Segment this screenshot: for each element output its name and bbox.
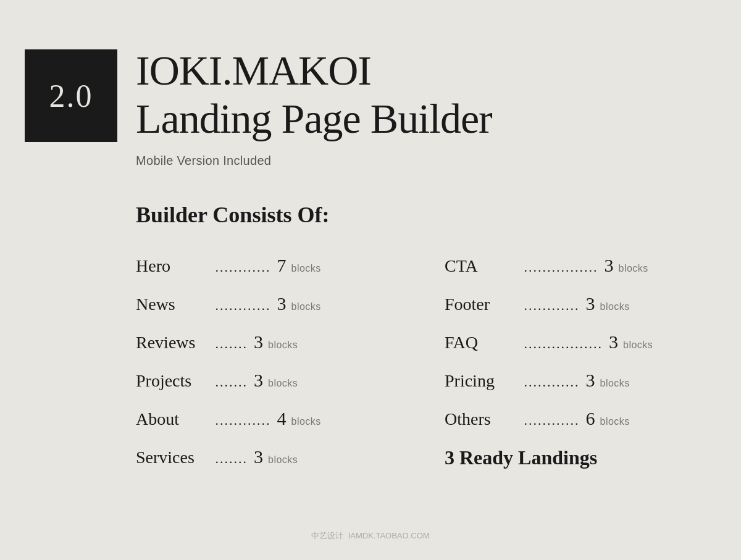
- block-count: 3: [586, 293, 595, 314]
- block-dots: ............: [211, 259, 271, 275]
- block-label: blocks: [291, 416, 321, 427]
- block-label: blocks: [619, 263, 648, 274]
- subtitle: Mobile Version Included: [136, 154, 716, 168]
- block-dots: .......: [211, 374, 248, 390]
- block-name: Reviews: [136, 333, 207, 353]
- brand-name: IOKI.MAKOILanding Page Builder: [136, 46, 716, 143]
- product-title: IOKI.MAKOILanding Page Builder: [136, 46, 716, 143]
- block-name: FAQ: [445, 333, 516, 353]
- block-name: Others: [445, 409, 516, 429]
- right-column: CTA ................ 3 blocks Footer ...…: [445, 246, 716, 478]
- ready-landings-text: 3 Ready Landings: [445, 446, 597, 469]
- list-item: Reviews ....... 3 blocks: [136, 323, 408, 361]
- list-item: FAQ ................. 3 blocks: [445, 323, 716, 361]
- block-count: 6: [586, 408, 595, 429]
- block-name: Hero: [136, 256, 207, 276]
- block-dots: .......: [211, 336, 248, 352]
- block-count: 3: [277, 293, 287, 314]
- block-name: News: [136, 295, 207, 314]
- block-dots: ............: [211, 412, 271, 428]
- block-label: blocks: [291, 301, 321, 312]
- block-dots: ............: [519, 374, 580, 390]
- blocks-grid: Hero ............ 7 blocks News ........…: [136, 246, 716, 478]
- ready-landings-row: 3 Ready Landings: [445, 438, 716, 478]
- block-name: Footer: [445, 295, 516, 314]
- block-dots: .................: [519, 336, 603, 352]
- block-name: Services: [136, 448, 207, 467]
- watermark: 中艺设计 IAMDK.TAOBAO.COM: [311, 530, 429, 541]
- list-item: Others ............ 6 blocks: [445, 399, 716, 438]
- block-name: CTA: [445, 256, 516, 276]
- list-item: About ............ 4 blocks: [136, 399, 408, 438]
- block-label: blocks: [600, 416, 630, 427]
- block-name: About: [136, 409, 207, 429]
- list-item: Services ....... 3 blocks: [136, 438, 408, 476]
- block-label: blocks: [268, 340, 298, 351]
- list-item: CTA ................ 3 blocks: [445, 246, 716, 285]
- block-label: blocks: [268, 378, 298, 389]
- list-item: Hero ............ 7 blocks: [136, 246, 408, 285]
- block-label: blocks: [268, 454, 298, 466]
- list-item: Projects ....... 3 blocks: [136, 361, 408, 399]
- block-dots: ............: [211, 298, 271, 314]
- section-title: Builder Consists Of:: [136, 202, 716, 228]
- block-count: 3: [605, 255, 614, 276]
- block-count: 7: [277, 255, 287, 276]
- left-column: Hero ............ 7 blocks News ........…: [136, 246, 408, 478]
- version-box: 2.0: [25, 49, 117, 142]
- block-label: blocks: [600, 378, 630, 389]
- version-number: 2.0: [49, 78, 93, 114]
- block-count: 3: [586, 370, 595, 391]
- block-count: 3: [254, 370, 263, 391]
- block-count: 3: [254, 446, 263, 467]
- block-count: 3: [609, 332, 618, 353]
- block-label: blocks: [623, 340, 653, 351]
- block-label: blocks: [291, 263, 321, 274]
- main-content: IOKI.MAKOILanding Page Builder Mobile Ve…: [136, 46, 716, 478]
- block-label: blocks: [600, 301, 630, 312]
- block-dots: ................: [519, 259, 598, 275]
- block-name: Projects: [136, 371, 207, 391]
- list-item: Pricing ............ 3 blocks: [445, 361, 716, 399]
- block-name: Pricing: [445, 371, 516, 391]
- block-dots: ............: [519, 298, 580, 314]
- block-dots: ............: [519, 412, 580, 428]
- block-count: 4: [277, 408, 287, 429]
- watermark-text: 中艺设计 IAMDK.TAOBAO.COM: [311, 530, 429, 541]
- block-count: 3: [254, 332, 263, 353]
- list-item: Footer ............ 3 blocks: [445, 285, 716, 323]
- list-item: News ............ 3 blocks: [136, 285, 408, 323]
- block-dots: .......: [211, 451, 248, 467]
